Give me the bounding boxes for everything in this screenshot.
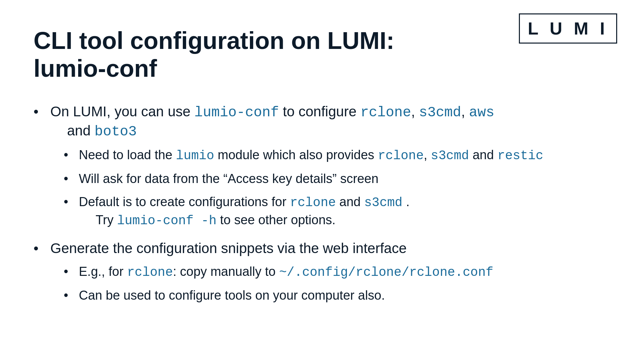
main-list: On LUMI, you can use lumio-conf to confi… [34, 103, 617, 304]
bullet1-comma2: , [461, 104, 469, 119]
title-line1: CLI tool configuration on LUMI: [34, 27, 394, 54]
sub11-code4: restic [497, 148, 543, 163]
sub11-text-middle: module which also provides [214, 148, 378, 162]
sub13-after: to see other options. [216, 213, 335, 227]
sub12-text: Will ask for data from the “Access key d… [79, 172, 378, 186]
bullet1-code3: s3cmd [419, 105, 461, 121]
sub22-text: Can be used to configure tools on your c… [79, 288, 385, 302]
bullet1-text-middle: to configure [279, 104, 361, 119]
sub11-code2: rclone [378, 148, 424, 163]
sub13-code3: lumio-conf -h [117, 214, 216, 228]
bullet1-code4: aws [469, 105, 494, 121]
sub11-and: and [469, 148, 497, 162]
sub13-period: . [402, 195, 410, 209]
sub11-code1: lumio [176, 148, 214, 163]
sub-bullet-2-1: E.g., for rclone: copy manually to ~/.co… [64, 263, 617, 281]
sub13-text-before: Default is to create configurations for [79, 195, 290, 209]
bullet1-text-and: and [67, 123, 95, 138]
sub-list-2: E.g., for rclone: copy manually to ~/.co… [64, 263, 617, 304]
sub-bullet-1-2: Will ask for data from the “Access key d… [64, 170, 617, 187]
sub13-try: Try [96, 213, 117, 227]
sub-bullet-2-2: Can be used to configure tools on your c… [64, 287, 617, 304]
bullet1-code1: lumio-conf [195, 105, 279, 121]
sub21-text-before: E.g., for [79, 264, 127, 279]
title-line2: lumio-conf [34, 55, 157, 82]
slide-container: L U M I CLI tool configuration on LUMI: … [0, 0, 644, 362]
bullet1-text-before: On LUMI, you can use [50, 104, 195, 119]
sub13-code2: s3cmd [364, 195, 402, 210]
sub21-text-middle: : copy manually to [173, 264, 279, 279]
sub-bullet-1-1: Need to load the lumio module which also… [64, 146, 617, 164]
bullet2-text: Generate the configuration snippets via … [50, 240, 407, 256]
sub11-text-before: Need to load the [79, 148, 176, 162]
bullet1-comma1: , [411, 104, 419, 119]
bullet-2: Generate the configuration snippets via … [34, 239, 617, 304]
sub13-code1: rclone [290, 195, 336, 210]
bullet1-code2: rclone [360, 105, 411, 121]
logo-text: L U M I [528, 19, 608, 38]
sub-list-1: Need to load the lumio module which also… [64, 146, 617, 229]
bullet1-code5: boto3 [95, 124, 137, 140]
sub13-and: and [336, 195, 364, 209]
sub11-code3: s3cmd [431, 148, 469, 163]
sub11-comma: , [424, 148, 431, 162]
bullet-1: On LUMI, you can use lumio-conf to confi… [34, 103, 617, 229]
sub21-code2: ~/.config/rclone/rclone.conf [279, 265, 493, 280]
sub21-code1: rclone [127, 265, 173, 280]
logo: L U M I [519, 13, 617, 44]
content-area: On LUMI, you can use lumio-conf to confi… [34, 103, 617, 304]
sub-bullet-1-3: Default is to create configurations for … [64, 193, 617, 229]
